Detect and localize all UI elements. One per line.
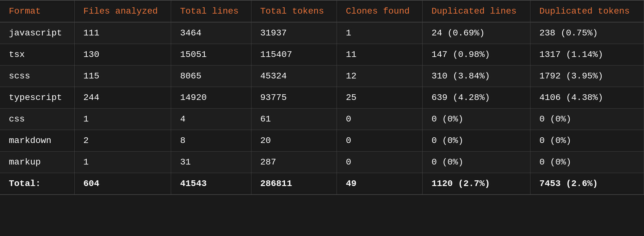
cell-files_analyzed: 2 <box>74 130 171 152</box>
total-cell-files_analyzed: 604 <box>74 173 171 195</box>
cell-duplicated_tokens: 0 (0%) <box>530 109 644 130</box>
table-row: markup13128700 (0%)0 (0%) <box>0 152 644 173</box>
header-duplicated-lines: Duplicated lines <box>423 0 530 22</box>
cell-duplicated_lines: 147 (0.98%) <box>423 44 530 65</box>
cell-duplicated_lines: 0 (0%) <box>423 109 530 130</box>
stats-table-container: Format Files analyzed Total lines Total … <box>0 0 644 195</box>
cell-duplicated_lines: 0 (0%) <box>423 130 530 152</box>
cell-clones_found: 0 <box>337 109 423 130</box>
cell-duplicated_tokens: 0 (0%) <box>530 130 644 152</box>
table-header-row: Format Files analyzed Total lines Total … <box>0 0 644 22</box>
cell-duplicated_lines: 639 (4.28%) <box>423 87 530 109</box>
table-row: tsx1301505111540711147 (0.98%)1317 (1.14… <box>0 44 644 65</box>
cell-format: scss <box>0 65 74 87</box>
cell-duplicated_tokens: 1792 (3.95%) <box>530 65 644 87</box>
cell-files_analyzed: 1 <box>74 152 171 173</box>
cell-duplicated_tokens: 1317 (1.14%) <box>530 44 644 65</box>
cell-clones_found: 0 <box>337 130 423 152</box>
cell-duplicated_lines: 24 (0.69%) <box>423 22 530 44</box>
total-cell-total_tokens: 286811 <box>251 173 337 195</box>
table-row: scss11580654532412310 (3.84%)1792 (3.95%… <box>0 65 644 87</box>
total-cell-clones_found: 49 <box>337 173 423 195</box>
header-total-tokens: Total tokens <box>251 0 337 22</box>
total-cell-duplicated_tokens: 7453 (2.6%) <box>530 173 644 195</box>
table-row: javascript111346431937124 (0.69%)238 (0.… <box>0 22 644 44</box>
header-files-analyzed: Files analyzed <box>74 0 171 22</box>
header-total-lines: Total lines <box>171 0 251 22</box>
cell-clones_found: 25 <box>337 87 423 109</box>
cell-total_lines: 4 <box>171 109 251 130</box>
cell-total_lines: 3464 <box>171 22 251 44</box>
cell-clones_found: 1 <box>337 22 423 44</box>
cell-format: typescript <box>0 87 74 109</box>
cell-total_tokens: 61 <box>251 109 337 130</box>
cell-format: javascript <box>0 22 74 44</box>
cell-format: tsx <box>0 44 74 65</box>
cell-files_analyzed: 244 <box>74 87 171 109</box>
cell-format: markup <box>0 152 74 173</box>
header-clones-found: Clones found <box>337 0 423 22</box>
stats-table: Format Files analyzed Total lines Total … <box>0 0 644 195</box>
total-cell-format: Total: <box>0 173 74 195</box>
cell-total_tokens: 93775 <box>251 87 337 109</box>
cell-total_lines: 15051 <box>171 44 251 65</box>
total-cell-duplicated_lines: 1120 (2.7%) <box>423 173 530 195</box>
cell-files_analyzed: 1 <box>74 109 171 130</box>
cell-total_tokens: 31937 <box>251 22 337 44</box>
header-format: Format <box>0 0 74 22</box>
cell-total_tokens: 20 <box>251 130 337 152</box>
header-duplicated-tokens: Duplicated tokens <box>530 0 644 22</box>
cell-duplicated_tokens: 238 (0.75%) <box>530 22 644 44</box>
cell-total_lines: 14920 <box>171 87 251 109</box>
total-cell-total_lines: 41543 <box>171 173 251 195</box>
cell-total_lines: 8065 <box>171 65 251 87</box>
table-row: typescript244149209377525639 (4.28%)4106… <box>0 87 644 109</box>
cell-total_lines: 8 <box>171 130 251 152</box>
table-total-row: Total:60441543286811491120 (2.7%)7453 (2… <box>0 173 644 195</box>
cell-clones_found: 11 <box>337 44 423 65</box>
cell-duplicated_lines: 310 (3.84%) <box>423 65 530 87</box>
table-row: markdown282000 (0%)0 (0%) <box>0 130 644 152</box>
cell-total_tokens: 115407 <box>251 44 337 65</box>
cell-duplicated_lines: 0 (0%) <box>423 152 530 173</box>
cell-clones_found: 0 <box>337 152 423 173</box>
cell-total_tokens: 45324 <box>251 65 337 87</box>
cell-duplicated_tokens: 4106 (4.38%) <box>530 87 644 109</box>
cell-files_analyzed: 115 <box>74 65 171 87</box>
cell-total_lines: 31 <box>171 152 251 173</box>
cell-format: markdown <box>0 130 74 152</box>
cell-files_analyzed: 111 <box>74 22 171 44</box>
cell-clones_found: 12 <box>337 65 423 87</box>
cell-format: css <box>0 109 74 130</box>
table-row: css146100 (0%)0 (0%) <box>0 109 644 130</box>
cell-files_analyzed: 130 <box>74 44 171 65</box>
cell-duplicated_tokens: 0 (0%) <box>530 152 644 173</box>
cell-total_tokens: 287 <box>251 152 337 173</box>
